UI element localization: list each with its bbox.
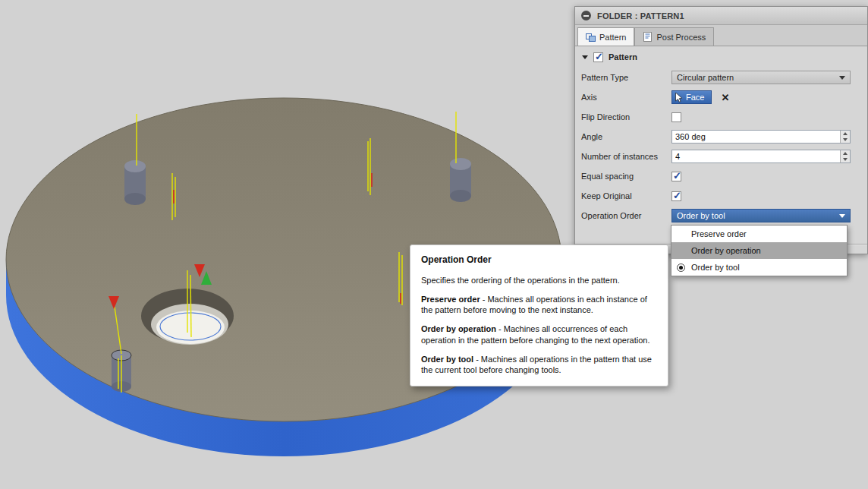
pattern-type-row: Pattern Type Circular pattern (575, 68, 867, 87)
flip-direction-checkbox[interactable] (671, 112, 681, 122)
angle-label: Angle (581, 132, 671, 141)
dialog-header[interactable]: FOLDER : PATTERN1 (575, 7, 867, 25)
boss-cylinder-2 (450, 158, 471, 202)
chevron-down-icon (839, 76, 845, 80)
keep-original-checkbox[interactable] (671, 191, 681, 201)
instances-label: Number of instances (581, 152, 671, 161)
operation-order-value: Order by tool (677, 211, 839, 220)
keep-original-label: Keep Original (581, 191, 671, 200)
tooltip-title: Operation Order (421, 254, 657, 267)
operation-order-dropdown-list: Preserve order Order by operation Order … (671, 225, 848, 276)
pattern-section-label: Pattern (609, 52, 637, 62)
operation-order-dropdown[interactable]: Order by tool (671, 209, 851, 222)
spinner-down-icon[interactable] (841, 137, 850, 143)
chevron-down-icon[interactable] (582, 55, 588, 59)
dialog-tabbar: Pattern Post Process (575, 25, 867, 46)
option-label: Order by tool (691, 263, 740, 272)
operation-order-tooltip: Operation Order Specifies the ordering o… (410, 244, 668, 386)
angle-row: Angle (575, 127, 867, 147)
chevron-down-icon (839, 214, 845, 218)
option-order-by-tool[interactable]: Order by tool (671, 259, 847, 276)
pattern-dialog: FOLDER : PATTERN1 Pattern Post Process P… (574, 6, 868, 254)
clear-selection-icon[interactable]: ✕ (721, 93, 729, 103)
collapse-icon[interactable] (581, 11, 591, 21)
pattern-section-header: Pattern (575, 46, 867, 68)
cursor-arrow-icon (675, 93, 683, 103)
pattern-section-checkbox[interactable] (593, 52, 603, 62)
spinner-up-icon[interactable] (841, 150, 850, 156)
pattern-type-label: Pattern Type (581, 73, 671, 82)
spinner-up-icon[interactable] (841, 131, 850, 137)
flip-direction-row: Flip Direction (575, 107, 867, 127)
axis-row: Axis Face ✕ (575, 87, 867, 107)
tab-pattern[interactable]: Pattern (577, 27, 634, 46)
pattern-tab-icon (586, 32, 596, 42)
tooltip-term: Preserve order (421, 295, 480, 304)
tab-post-process-label: Post Process (656, 33, 706, 42)
tooltip-intro: Specifies the ordering of the operations… (421, 275, 657, 286)
instances-field[interactable] (671, 150, 851, 163)
spinner-down-icon[interactable] (841, 156, 850, 162)
operation-order-row: Operation Order Order by tool (575, 206, 867, 226)
operation-order-label: Operation Order (581, 211, 671, 220)
option-label: Preserve order (691, 229, 747, 238)
dialog-title: FOLDER : PATTERN1 (597, 11, 684, 21)
tooltip-entry-order-by-tool: Order by tool - Machines all operations … (421, 354, 657, 376)
axis-face-button-label: Face (686, 93, 704, 102)
flip-direction-label: Flip Direction (581, 112, 671, 121)
instances-row: Number of instances (575, 147, 867, 166)
angle-spinner[interactable] (840, 131, 850, 143)
radio-selected-icon (677, 263, 685, 272)
pattern-type-dropdown[interactable]: Circular pattern (671, 71, 851, 84)
keep-original-row: Keep Original (575, 186, 867, 206)
tooltip-entry-preserve-order: Preserve order - Machines all operations… (421, 294, 657, 316)
equal-spacing-row: Equal spacing (575, 166, 867, 186)
option-order-by-operation[interactable]: Order by operation (671, 242, 847, 259)
instances-input[interactable] (672, 150, 840, 162)
tab-post-process[interactable]: Post Process (634, 27, 714, 46)
tab-pattern-label: Pattern (599, 33, 626, 42)
tooltip-entry-order-by-operation: Order by operation - Machines all occurr… (421, 323, 657, 345)
tooltip-term: Order by tool (421, 355, 473, 364)
axis-face-button[interactable]: Face (671, 90, 712, 104)
tooltip-term: Order by operation (421, 324, 496, 333)
equal-spacing-label: Equal spacing (581, 172, 671, 181)
option-label: Order by operation (691, 246, 761, 255)
angle-input[interactable] (672, 131, 840, 143)
angle-field[interactable] (671, 130, 851, 144)
post-process-tab-icon (643, 32, 653, 42)
boss-cylinder-1 (124, 160, 146, 205)
pattern-type-value: Circular pattern (677, 73, 839, 82)
option-preserve-order[interactable]: Preserve order (671, 226, 847, 242)
equal-spacing-checkbox[interactable] (671, 172, 681, 181)
axis-label: Axis (581, 93, 671, 102)
instances-spinner[interactable] (840, 150, 850, 162)
